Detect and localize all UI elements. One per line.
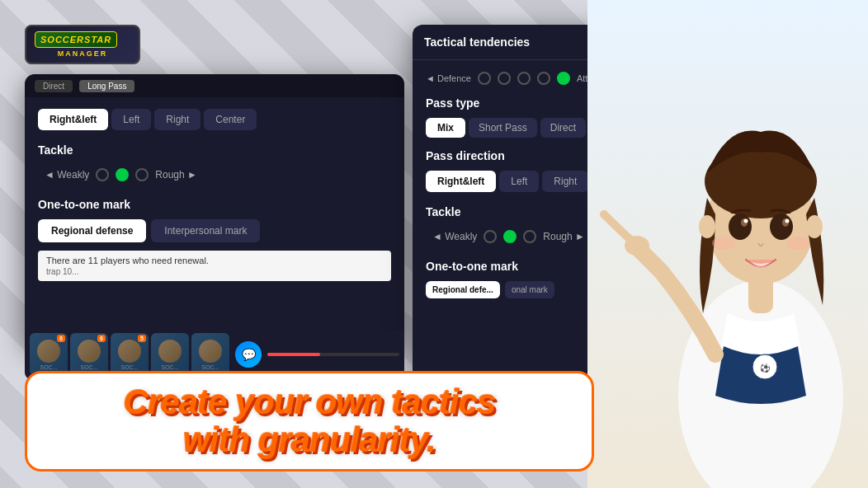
logo-manager-text: MANAGER bbox=[35, 49, 130, 58]
right-radio-2-active bbox=[503, 230, 517, 243]
interpersonal-mark-btn[interactable]: Interpersonal mark bbox=[151, 219, 260, 242]
svg-point-9 bbox=[785, 219, 790, 223]
player-card-4[interactable]: SOC... bbox=[151, 333, 189, 376]
right-interpersonal-btn[interactable]: onal mark bbox=[505, 281, 554, 298]
notification-text2: trap 10... bbox=[46, 267, 383, 276]
radio-1 bbox=[96, 168, 109, 181]
banner-line1: Create your own tactics bbox=[44, 383, 575, 421]
notification-text: There are 11 players who need renewal. bbox=[46, 256, 383, 265]
btn-left[interactable]: Left bbox=[111, 109, 151, 130]
bottom-banner: Create your own tactics with granularity… bbox=[25, 371, 594, 472]
banner-line2: with granularity. bbox=[44, 421, 575, 459]
right-radio-3 bbox=[523, 230, 536, 243]
def-radio-5-active bbox=[557, 72, 570, 85]
tackle-left-arrow: ◄ Weakly bbox=[45, 169, 89, 181]
svg-point-4 bbox=[729, 214, 752, 240]
def-radio-2 bbox=[498, 72, 511, 85]
regional-defense-btn[interactable]: Regional defense bbox=[38, 219, 146, 242]
player-avatar-3 bbox=[118, 340, 141, 363]
svg-point-10 bbox=[712, 237, 735, 250]
tackle-slider-row: ◄ Weakly Rough ► bbox=[38, 165, 391, 185]
tackle-title: Tackle bbox=[38, 143, 391, 157]
anime-girl-character: ⚽ bbox=[587, 0, 868, 488]
one-to-one-title: One-to-one mark bbox=[38, 198, 391, 211]
direction-btn-group: Right&left Left Right Center bbox=[38, 109, 391, 130]
player-card-2[interactable]: 6 SOC... bbox=[70, 333, 108, 376]
player-card-1[interactable]: 6 SOC... bbox=[30, 333, 68, 376]
player-avatar-1 bbox=[37, 340, 60, 363]
def-radio-4 bbox=[537, 72, 550, 85]
mix-btn[interactable]: Mix bbox=[426, 118, 465, 138]
player-number-2: 6 bbox=[97, 335, 106, 342]
tactical-title: Tactical tendencies bbox=[424, 35, 530, 49]
right-tackle-right-arrow: Rough ► bbox=[543, 231, 585, 242]
player-number-3: 5 bbox=[138, 335, 146, 342]
right-tackle-left-arrow: ◄ Weakly bbox=[432, 231, 477, 242]
messenger-icon[interactable]: 💬 bbox=[235, 341, 262, 368]
progress-bar bbox=[267, 353, 399, 356]
player-avatar-4 bbox=[158, 340, 182, 363]
defence-label: ◄ Defence bbox=[426, 73, 471, 83]
left-panel: Direct Long Pass Right&left Left Right C… bbox=[25, 74, 404, 346]
player-number-1: 6 bbox=[57, 335, 65, 342]
notification-bar: There are 11 players who need renewal. t… bbox=[38, 251, 391, 281]
player-card-3[interactable]: 5 SOC... bbox=[111, 333, 149, 376]
left-panel-content: Right&left Left Right Center Tackle ◄ We… bbox=[25, 97, 404, 293]
btn-rightleft[interactable]: Right&left bbox=[38, 109, 108, 130]
btn-right[interactable]: Right bbox=[154, 109, 200, 130]
defense-btn-group: Regional defense Interpersonal mark bbox=[38, 219, 391, 242]
svg-point-8 bbox=[744, 219, 748, 223]
pass-dir-rightleft[interactable]: Right&left bbox=[426, 171, 496, 192]
right-regional-btn[interactable]: Regional defe... bbox=[426, 281, 500, 298]
tackle-right-arrow: Rough ► bbox=[155, 169, 197, 181]
logo: SOCCERSTAR MANAGER bbox=[25, 25, 140, 82]
def-radio-1 bbox=[478, 72, 491, 85]
player-avatar-5 bbox=[199, 340, 222, 363]
svg-text:⚽: ⚽ bbox=[760, 363, 771, 373]
logo-soccer-text: SOCCERSTAR bbox=[40, 35, 111, 45]
svg-point-11 bbox=[786, 237, 809, 250]
radio-2-active bbox=[116, 168, 129, 181]
player-card-5[interactable]: SOC... bbox=[191, 333, 229, 376]
def-radio-3 bbox=[517, 72, 531, 85]
direct-btn[interactable]: Direct bbox=[540, 118, 586, 138]
player-avatar-2 bbox=[78, 340, 101, 363]
svg-point-12 bbox=[699, 215, 715, 238]
radio-3 bbox=[135, 168, 149, 181]
logo-inner: SOCCERSTAR MANAGER bbox=[25, 25, 140, 64]
svg-point-5 bbox=[770, 214, 793, 240]
svg-point-13 bbox=[806, 215, 823, 238]
anime-svg: ⚽ bbox=[587, 0, 868, 488]
pass-dir-right[interactable]: Right bbox=[542, 171, 588, 192]
short-pass-btn[interactable]: Short Pass bbox=[469, 118, 537, 138]
right-radio-1 bbox=[484, 230, 497, 243]
pass-dir-left[interactable]: Left bbox=[499, 171, 539, 192]
btn-center[interactable]: Center bbox=[204, 109, 257, 130]
progress-fill bbox=[267, 353, 320, 356]
